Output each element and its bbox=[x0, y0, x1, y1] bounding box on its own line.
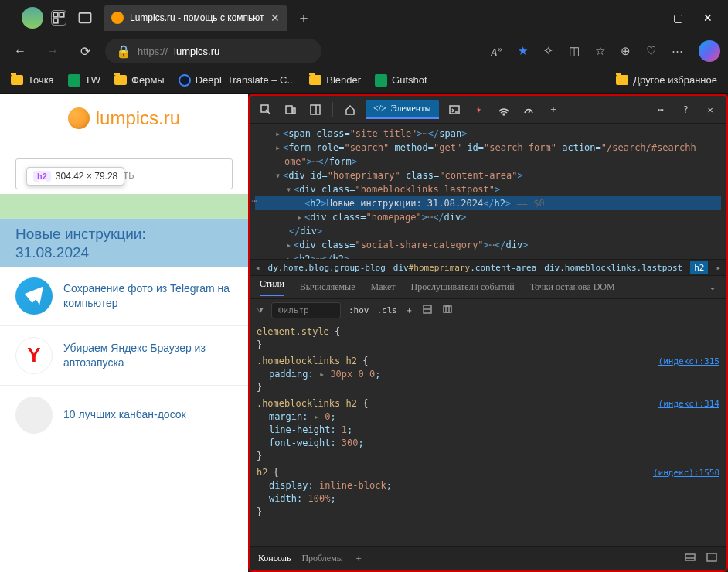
breadcrumb-selected[interactable]: h2 bbox=[690, 261, 708, 274]
flex-editor-icon[interactable] bbox=[421, 303, 434, 318]
margin-overlay bbox=[0, 194, 248, 219]
listeners-tab[interactable]: Прослушиватели событий bbox=[411, 281, 515, 293]
more-icon[interactable]: ⋯ bbox=[672, 44, 683, 58]
style-rule[interactable]: (индекс):314 .homeblocklinks h2 { margin… bbox=[257, 397, 719, 463]
grid-editor-icon[interactable] bbox=[441, 303, 454, 318]
svg-rect-2 bbox=[53, 19, 58, 23]
site-logo[interactable]: lumpics.ru bbox=[0, 94, 248, 137]
svg-rect-14 bbox=[446, 306, 449, 312]
bookmark-item[interactable]: DeepL Translate – C... bbox=[179, 74, 296, 87]
close-devtools-icon[interactable]: ✕ bbox=[701, 100, 719, 119]
workspaces-icon[interactable] bbox=[51, 10, 66, 26]
tab-title: Lumpics.ru - помощь с компьют bbox=[130, 12, 264, 23]
welcome-tab-icon[interactable] bbox=[341, 100, 359, 119]
bookmark-item[interactable]: Точка bbox=[11, 74, 54, 86]
webpage-viewport: lumpics.ru h2 304.42 × 79.28 лему хотите… bbox=[0, 94, 248, 572]
svg-rect-1 bbox=[60, 12, 64, 17]
cls-toggle[interactable]: .cls bbox=[376, 305, 397, 315]
close-tab-icon[interactable]: ✕ bbox=[270, 12, 280, 24]
dock-icon[interactable] bbox=[306, 100, 325, 119]
orange-icon bbox=[68, 107, 90, 129]
profile-avatar[interactable] bbox=[22, 7, 43, 29]
style-rule[interactable]: (индекс):315 .homeblocklinks h2 { paddin… bbox=[257, 355, 719, 394]
svg-rect-17 bbox=[707, 553, 716, 561]
console-drawer-tab[interactable]: Консоль bbox=[258, 553, 291, 564]
minimize-button[interactable]: — bbox=[642, 12, 653, 24]
scroll-right-icon[interactable]: ▸ bbox=[716, 263, 721, 273]
extensions-icon[interactable]: ✧ bbox=[543, 44, 553, 58]
tab-favicon bbox=[111, 12, 124, 24]
copilot-button[interactable] bbox=[699, 40, 720, 62]
bookmark-item[interactable]: Gutshot bbox=[375, 74, 427, 87]
tooltip-tag: h2 bbox=[33, 171, 51, 182]
styles-pane[interactable]: element.style {} (индекс):315 .homeblock… bbox=[250, 322, 726, 546]
telegram-icon bbox=[15, 277, 53, 315]
hov-toggle[interactable]: :hov bbox=[349, 305, 369, 315]
bookmark-item[interactable]: Фермы bbox=[114, 74, 165, 86]
bookmark-item[interactable]: TW bbox=[68, 74, 100, 87]
tab-actions-icon[interactable] bbox=[77, 10, 93, 26]
drawer-icon[interactable] bbox=[706, 551, 718, 567]
new-tab-button[interactable]: ＋ bbox=[297, 9, 311, 27]
folder-icon bbox=[114, 75, 127, 85]
dom-tree[interactable]: ▸<span class="site-title">⋯</span> ▸<for… bbox=[250, 124, 726, 259]
address-bar[interactable]: 🔒 https://lumpics.ru bbox=[105, 39, 321, 63]
problems-drawer-tab[interactable]: Проблемы bbox=[301, 553, 342, 564]
article-item[interactable]: 10 лучших канбан-досок bbox=[0, 386, 248, 444]
source-link[interactable]: (индекс):314 bbox=[658, 397, 719, 410]
maximize-button[interactable]: ▢ bbox=[673, 12, 683, 24]
refresh-button[interactable]: ⟳ bbox=[73, 39, 97, 63]
layout-tab[interactable]: Макет bbox=[371, 281, 396, 293]
svg-rect-7 bbox=[311, 105, 320, 114]
filter-icon: ⧩ bbox=[257, 305, 264, 315]
more-tabs-icon[interactable]: ＋ bbox=[544, 100, 563, 119]
styles-tab[interactable]: Стили bbox=[260, 278, 284, 296]
close-window-button[interactable]: ✕ bbox=[703, 12, 713, 24]
source-link[interactable]: (индекс):1550 bbox=[653, 466, 719, 479]
bookmark-item[interactable]: Blender bbox=[309, 74, 361, 86]
sheets-icon bbox=[375, 74, 387, 87]
dom-breadcrumbs[interactable]: ◂ dy.home.blog.group-blog div#homeprimar… bbox=[250, 259, 726, 276]
element-dimensions-tooltip: h2 304.42 × 79.28 bbox=[26, 167, 124, 186]
chevron-down-icon[interactable]: ⌄ bbox=[709, 281, 716, 293]
device-toolbar-icon[interactable] bbox=[281, 100, 300, 119]
collections-icon[interactable]: ⊕ bbox=[621, 44, 631, 58]
deepl-icon bbox=[179, 74, 191, 87]
split-screen-icon[interactable]: ◫ bbox=[569, 44, 580, 58]
source-link[interactable]: (индекс):315 bbox=[658, 355, 719, 368]
elements-tab[interactable]: </>Элементы bbox=[366, 100, 439, 119]
back-button[interactable]: ← bbox=[8, 39, 32, 63]
selected-h2-element[interactable]: Новые инструкции: 31.08.2024 bbox=[0, 219, 248, 267]
svg-rect-15 bbox=[685, 554, 695, 560]
network-icon[interactable] bbox=[495, 100, 513, 119]
devtools-panel: </>Элементы ✶ ＋ ⋯ ? ✕ ▸<span class="site… bbox=[248, 94, 728, 572]
help-icon[interactable]: ? bbox=[676, 100, 695, 119]
dom-breakpoints-tab[interactable]: Точки останова DOM bbox=[530, 281, 615, 293]
style-rule[interactable]: element.style {} bbox=[257, 325, 719, 352]
styles-filter-input[interactable]: Фильтр bbox=[271, 302, 341, 318]
console-tab-icon[interactable] bbox=[445, 100, 464, 119]
inspect-icon[interactable] bbox=[257, 100, 275, 119]
scroll-left-icon[interactable]: ◂ bbox=[255, 263, 260, 273]
article-item[interactable]: Убираем Яндекс Браузер из автозапуска bbox=[0, 326, 248, 386]
computed-tab[interactable]: Вычисляемые bbox=[300, 281, 355, 293]
issues-icon[interactable]: ✶ bbox=[470, 100, 488, 119]
article-item[interactable]: Сохранение фото из Telegram на компьютер bbox=[0, 267, 248, 326]
svg-rect-0 bbox=[53, 12, 58, 17]
svg-rect-9 bbox=[450, 106, 459, 114]
style-rule[interactable]: (индекс):1550 h2 { display: inline-block… bbox=[257, 466, 719, 519]
browser-tab[interactable]: Lumpics.ru - помощь с компьют ✕ bbox=[104, 5, 287, 31]
performance-icon[interactable]: ♡ bbox=[646, 44, 656, 58]
svg-point-10 bbox=[503, 114, 505, 115]
performance-icon[interactable] bbox=[519, 100, 538, 119]
other-bookmarks[interactable]: Другое избранное bbox=[616, 74, 717, 86]
forward-button: → bbox=[40, 39, 65, 63]
read-aloud-icon[interactable]: A» bbox=[491, 43, 502, 60]
devtools-menu-icon[interactable]: ⋯ bbox=[651, 100, 670, 119]
favorites-icon[interactable]: ☆ bbox=[595, 44, 605, 58]
new-rule-icon[interactable]: ＋ bbox=[405, 305, 413, 316]
favorite-star-icon[interactable]: ★ bbox=[518, 44, 528, 58]
drawer-icon[interactable] bbox=[684, 551, 696, 567]
add-drawer-tab-icon[interactable]: ＋ bbox=[354, 552, 363, 565]
folder-icon bbox=[11, 75, 23, 85]
